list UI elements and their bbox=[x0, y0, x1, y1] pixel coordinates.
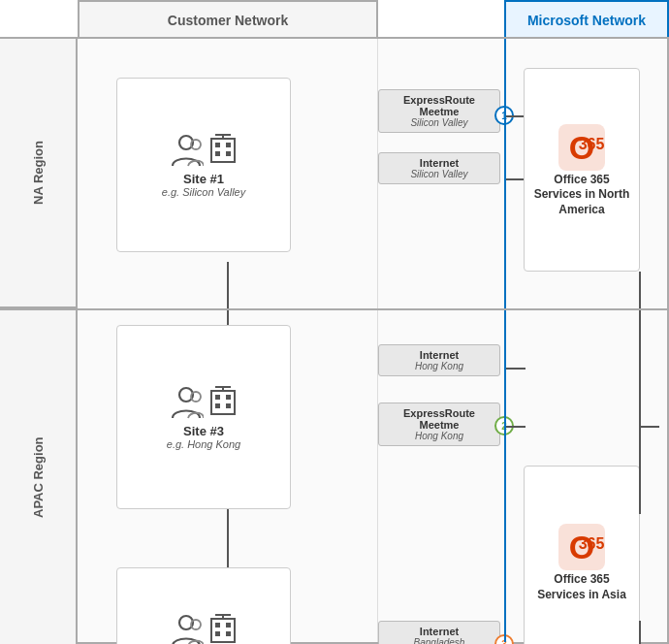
apac-customer-col: Site #3 e.g. Hong Kong bbox=[78, 310, 378, 642]
svg-rect-37 bbox=[215, 623, 220, 628]
svg-rect-5 bbox=[226, 143, 231, 147]
svg-rect-3 bbox=[211, 139, 235, 162]
office-logo-na: O 365 bbox=[557, 122, 607, 173]
ms-na-box: O 365 Office 365 Services in North Ameri… bbox=[524, 68, 640, 272]
expressroute-hk-box: ExpressRoute Meetme Hong Kong bbox=[378, 402, 500, 446]
building-icon-site2 bbox=[207, 613, 239, 644]
internet-bd-label: Internet bbox=[385, 626, 494, 637]
ms-asia-box: O 365 Office 365 Services in Asia bbox=[524, 466, 640, 644]
internet-sv-label: Internet bbox=[385, 157, 494, 169]
main-area: NA Region APAC Region bbox=[0, 37, 669, 644]
svg-rect-38 bbox=[226, 623, 231, 628]
col-headers: Customer Network Microsoft Network bbox=[78, 0, 669, 37]
site3-box: Site #3 e.g. Hong Kong bbox=[116, 325, 291, 509]
site1-sub: e.g. Silicon Valley bbox=[162, 186, 245, 198]
internet-sv-sub: Silicon Valley bbox=[385, 169, 494, 179]
row-labels: NA Region APAC Region bbox=[0, 37, 78, 644]
building-icon bbox=[207, 133, 239, 164]
internet-sv-box: Internet Silicon Valley bbox=[378, 152, 500, 184]
internet-bd-sub: Bangladesh bbox=[385, 637, 494, 644]
apac-middle-col: Internet Hong Kong ExpressRoute Meetme H… bbox=[378, 310, 504, 642]
site3-name: Site #3 bbox=[183, 424, 224, 438]
svg-rect-29 bbox=[226, 395, 231, 400]
site1-icons bbox=[169, 133, 239, 168]
internet-hk-label: Internet bbox=[385, 349, 494, 361]
customer-network-header: Customer Network bbox=[78, 0, 378, 37]
svg-rect-31 bbox=[226, 403, 231, 408]
svg-rect-30 bbox=[215, 403, 220, 408]
apac-row: Site #3 e.g. Hong Kong bbox=[78, 308, 669, 644]
person-icon-site3 bbox=[169, 385, 204, 420]
na-middle-col: ExpressRoute Meetme Silicon Valley 1 Int… bbox=[378, 39, 504, 308]
site2-icons bbox=[169, 613, 239, 645]
svg-rect-7 bbox=[226, 151, 231, 156]
na-customer-col: Site #1 e.g. Silicon Valley bbox=[78, 39, 378, 308]
svg-rect-36 bbox=[211, 619, 235, 642]
site2-box: Site #2 e.g. Bangladesh bbox=[116, 567, 291, 644]
ms-na-title: Office 365 Services in North America bbox=[530, 173, 633, 218]
apac-region-label: APAC Region bbox=[0, 308, 78, 644]
svg-rect-28 bbox=[215, 395, 220, 400]
building-icon-site3 bbox=[207, 385, 239, 416]
svg-text:365: 365 bbox=[579, 136, 605, 152]
site3-icons bbox=[169, 385, 239, 420]
svg-rect-27 bbox=[211, 391, 235, 414]
person-icon bbox=[169, 133, 204, 168]
expressroute-sv-sub: Silicon Valley bbox=[385, 117, 494, 128]
na-region-label: NA Region bbox=[0, 37, 78, 308]
expressroute-hk-sub: Hong Kong bbox=[385, 431, 494, 441]
svg-rect-40 bbox=[226, 631, 231, 636]
person-icon-site2 bbox=[169, 613, 204, 645]
internet-hk-box: Internet Hong Kong bbox=[378, 344, 500, 376]
expressroute-sv-label: ExpressRoute Meetme bbox=[385, 94, 494, 117]
site1-box: Site #1 e.g. Silicon Valley bbox=[116, 78, 291, 252]
expressroute-hk-label: ExpressRoute Meetme bbox=[385, 407, 494, 431]
ms-asia-title: Office 365 Services in Asia bbox=[530, 572, 633, 602]
na-row: Site #1 e.g. Silicon Valley bbox=[78, 37, 669, 308]
site3-sub: e.g. Hong Kong bbox=[167, 438, 240, 450]
svg-rect-4 bbox=[215, 143, 220, 147]
apac-ms-col: O 365 Office 365 Services in Asia bbox=[504, 310, 667, 642]
site1-name: Site #1 bbox=[183, 172, 224, 186]
content-area: Site #1 e.g. Silicon Valley bbox=[78, 37, 669, 644]
svg-rect-39 bbox=[215, 631, 220, 636]
expressroute-sv-box: ExpressRoute Meetme Silicon Valley bbox=[378, 89, 500, 133]
diagram: Customer Network Microsoft Network NA Re… bbox=[0, 0, 669, 644]
svg-text:365: 365 bbox=[579, 535, 605, 552]
na-ms-col: O 365 Office 365 Services in North Ameri… bbox=[504, 39, 667, 308]
microsoft-network-header: Microsoft Network bbox=[504, 0, 669, 37]
internet-bd-box: Internet Bangladesh bbox=[378, 621, 500, 644]
office-logo-asia: O 365 bbox=[557, 522, 607, 572]
svg-rect-6 bbox=[215, 151, 220, 156]
internet-hk-sub: Hong Kong bbox=[385, 361, 494, 371]
